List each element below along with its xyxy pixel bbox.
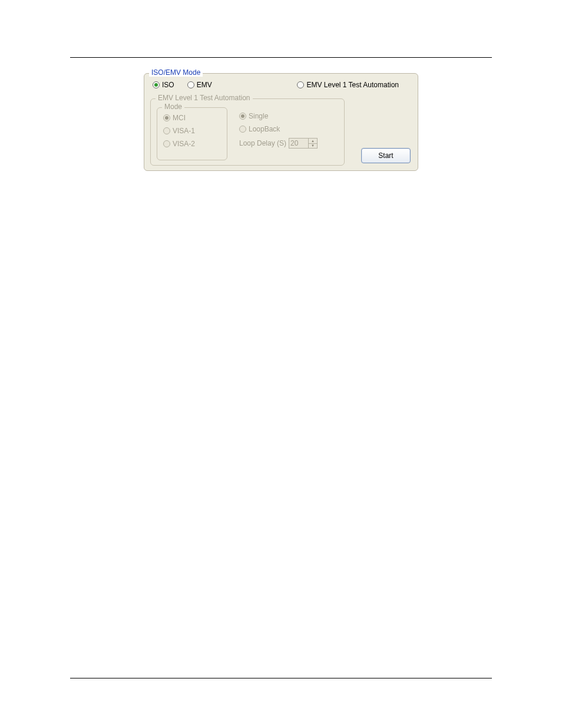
run-options: Single LoopBack Loop Delay (S) ▲ ▼: [239, 112, 318, 149]
radio-visa2-label: VISA-2: [173, 140, 195, 148]
loop-delay-row: Loop Delay (S) ▲ ▼: [239, 138, 318, 149]
start-button[interactable]: Start: [361, 148, 411, 163]
start-button-label: Start: [378, 151, 393, 160]
iso-emv-panel: ISO/EMV Mode ISO EMV EMV Level 1 Test Au…: [144, 70, 418, 171]
radio-emv-auto-label: EMV Level 1 Test Automation: [306, 81, 399, 89]
radio-visa1-label: VISA-1: [173, 127, 195, 135]
emv-auto-inner-legend: EMV Level 1 Test Automation: [156, 94, 253, 102]
loop-delay-input: [289, 139, 308, 148]
radio-mci: MCI: [163, 114, 195, 122]
radio-emv-label: EMV: [197, 81, 212, 89]
radio-icon: [187, 81, 194, 88]
radio-visa2: VISA-2: [163, 140, 195, 148]
spinner-buttons: ▲ ▼: [308, 139, 317, 148]
iso-emv-mode-group: ISO/EMV Mode ISO EMV EMV Level 1 Test Au…: [144, 73, 418, 171]
radio-iso-label: ISO: [162, 81, 174, 89]
mode-subgroup: Mode MCI VISA-1 VISA-2: [157, 107, 227, 160]
spinner-up-icon: ▲: [309, 139, 317, 143]
radio-iso[interactable]: ISO: [153, 81, 174, 89]
page-divider-bottom: [70, 678, 492, 678]
iso-emv-mode-legend: ISO/EMV Mode: [149, 68, 203, 77]
spinner-down-icon: ▼: [309, 143, 317, 149]
radio-loopback-label: LoopBack: [249, 125, 280, 133]
radio-icon: [163, 127, 170, 134]
mode-radio-row: ISO EMV EMV Level 1 Test Automation: [153, 81, 412, 89]
radio-icon: [163, 114, 170, 121]
radio-icon: [153, 81, 160, 88]
radio-emv[interactable]: EMV: [187, 81, 212, 89]
radio-icon: [239, 126, 246, 133]
mode-subgroup-legend: Mode: [162, 103, 184, 111]
radio-icon: [297, 81, 304, 88]
radio-mci-label: MCI: [173, 114, 186, 122]
radio-single: Single: [239, 112, 305, 120]
page-divider-top: [70, 57, 492, 58]
radio-emv-auto[interactable]: EMV Level 1 Test Automation: [297, 81, 399, 89]
loop-delay-label: Loop Delay (S): [239, 139, 286, 147]
loop-delay-spinner: ▲ ▼: [289, 138, 318, 149]
radio-icon: [163, 140, 170, 147]
emv-auto-inner-group: EMV Level 1 Test Automation Mode MCI VIS…: [150, 98, 345, 166]
radio-visa1: VISA-1: [163, 127, 195, 135]
radio-single-label: Single: [249, 112, 268, 120]
radio-loopback: LoopBack: [239, 125, 305, 133]
radio-icon: [239, 113, 246, 120]
